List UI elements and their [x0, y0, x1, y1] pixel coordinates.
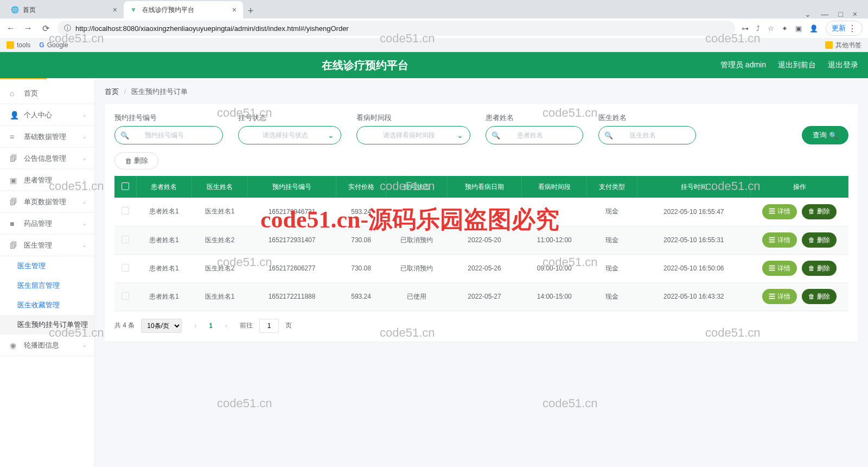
logout-link[interactable]: 退出登录: [828, 60, 858, 70]
dropdown-icon[interactable]: ⌄: [805, 10, 811, 18]
new-tab-button[interactable]: +: [243, 3, 258, 18]
search-icon: 🔍: [492, 131, 500, 140]
table-header: 医生姓名: [192, 176, 248, 198]
search-icon: 🔍: [829, 131, 838, 140]
cell-date: 2022-05-26: [447, 254, 521, 282]
star-icon[interactable]: ☆: [768, 24, 774, 33]
next-page-button[interactable]: ›: [219, 319, 233, 333]
cell-pay: 现金: [587, 254, 637, 282]
sidepanel-icon[interactable]: ▣: [795, 24, 802, 33]
delete-button[interactable]: 🗑 删除: [802, 261, 836, 276]
cell-doctor: 医生姓名2: [192, 254, 248, 282]
browser-chrome: 🌐 首页 × ▼ 在线诊疗预约平台 × + ⌄ — □ × ← → ⟳ ⓘ ht…: [0, 0, 868, 52]
filter-label: 患者姓名: [486, 113, 583, 123]
filter-timeslot: 看病时间段 请选择看病时间段: [356, 113, 470, 144]
sidebar-sub-item[interactable]: 医生收藏管理: [0, 295, 94, 315]
cell-time: 2022-05-10 16:55:31: [637, 226, 750, 254]
delete-button[interactable]: 🗑 删除: [802, 204, 836, 219]
filter-orderno: 预约挂号编号 🔍预约挂号编号: [114, 113, 223, 144]
orderno-input[interactable]: 🔍预约挂号编号: [114, 126, 223, 144]
forward-icon[interactable]: →: [23, 23, 34, 34]
sidebar-label: 患者管理: [24, 175, 52, 185]
row-checkbox[interactable]: [122, 264, 129, 272]
bookmark-other[interactable]: 其他书签: [825, 41, 861, 50]
sidebar-item[interactable]: ▣患者管理⌄: [0, 169, 94, 191]
goto-input[interactable]: [259, 319, 279, 333]
bookmark-tools[interactable]: tools: [7, 41, 30, 49]
back-to-front-link[interactable]: 退出到前台: [778, 60, 816, 70]
admin-label[interactable]: 管理员 admin: [720, 60, 766, 70]
menu-icon: ▣: [10, 176, 20, 185]
cell-patient: 患者姓名1: [136, 282, 192, 311]
cell-doctor: 医生姓名1: [192, 198, 248, 226]
close-window-icon[interactable]: ×: [853, 10, 857, 18]
row-checkbox[interactable]: [122, 236, 129, 243]
app-title: 在线诊疗预约平台: [10, 58, 720, 73]
key-icon[interactable]: ⊶: [742, 24, 749, 33]
sidebar-item[interactable]: ■药品管理⌄: [0, 213, 94, 235]
menu-icon: ⌂: [10, 89, 20, 98]
sidebar-item[interactable]: 🗐医生管理⌄: [0, 235, 94, 256]
row-checkbox[interactable]: [122, 292, 129, 300]
folder-icon: [825, 41, 833, 49]
bookmark-row: tools GGoogle 其他书签: [0, 38, 868, 52]
search-icon: 🔍: [604, 131, 613, 140]
update-button[interactable]: 更新 ⋮: [826, 21, 863, 36]
cell-date: 2022-05-27: [447, 282, 521, 311]
sidebar-item[interactable]: 🗐公告信息管理⌄: [0, 148, 94, 169]
sidebar-item[interactable]: ⌂首页: [0, 83, 94, 104]
maximize-icon[interactable]: □: [838, 10, 843, 18]
sidebar-item[interactable]: ◉轮播图信息⌄: [0, 335, 94, 356]
chevron-down-icon: ⌄: [82, 242, 87, 249]
sidebar-sub-item[interactable]: 医生管理: [0, 256, 94, 276]
menu-icon: 🗐: [10, 198, 20, 206]
bookmark-google[interactable]: GGoogle: [39, 41, 68, 49]
profile-icon[interactable]: 👤: [809, 24, 818, 33]
share-icon[interactable]: ⤴: [756, 24, 760, 33]
delete-button[interactable]: 🗑 删除: [802, 232, 836, 248]
close-icon[interactable]: ×: [232, 5, 237, 14]
goto-suffix: 页: [285, 321, 292, 330]
browser-tab-home[interactable]: 🌐 首页 ×: [4, 1, 124, 18]
timeslot-select[interactable]: 请选择看病时间段: [356, 126, 470, 144]
detail-button[interactable]: ☰ 详情: [762, 261, 796, 276]
sidebar-item[interactable]: ≡基础数据管理⌄: [0, 126, 94, 148]
cell-status: [386, 198, 448, 226]
extension-icon[interactable]: ✦: [782, 24, 788, 33]
status-select[interactable]: 请选择挂号状态: [238, 126, 341, 144]
detail-button[interactable]: ☰ 详情: [762, 232, 796, 248]
filter-patient: 患者姓名 🔍患者姓名: [486, 113, 583, 144]
breadcrumb-home[interactable]: 首页: [105, 87, 119, 96]
menu-icon: ◉: [10, 341, 20, 350]
sidebar-item[interactable]: 👤个人中心⌄: [0, 104, 94, 126]
page-size-select[interactable]: 10条/页: [141, 319, 182, 333]
table-header: 看病时间段: [522, 176, 587, 198]
detail-button[interactable]: ☰ 详情: [762, 289, 796, 304]
sidebar-item[interactable]: 🗐单页数据管理⌄: [0, 191, 94, 213]
browser-tab-active[interactable]: ▼ 在线诊疗预约平台 ×: [124, 1, 243, 18]
cell-orderno: 1652172211888: [248, 282, 336, 311]
close-icon[interactable]: ×: [113, 5, 117, 14]
prev-page-button[interactable]: ‹: [188, 319, 202, 333]
sidebar-sub-item[interactable]: 医生预约挂号订单管理: [0, 315, 94, 335]
current-page[interactable]: 1: [209, 322, 213, 330]
address-bar[interactable]: ⓘ http://localhost:8080/xiaoxingzhenliao…: [58, 21, 735, 36]
batch-delete-button[interactable]: 🗑 删除: [114, 152, 158, 169]
row-checkbox[interactable]: [122, 207, 129, 214]
tab-title: 在线诊疗预约平台: [142, 5, 194, 15]
detail-button[interactable]: ☰ 详情: [762, 204, 796, 219]
menu-icon: 👤: [10, 111, 20, 119]
patient-input[interactable]: 🔍患者姓名: [486, 126, 583, 144]
checkbox-all[interactable]: [122, 182, 129, 190]
doctor-input[interactable]: 🔍医生姓名: [598, 126, 696, 144]
reload-icon[interactable]: ⟳: [40, 23, 51, 34]
menu-dots-icon: ⋮: [848, 23, 857, 34]
delete-button[interactable]: 🗑 删除: [802, 289, 836, 304]
minimize-icon[interactable]: —: [821, 10, 828, 18]
menu-icon: 🗐: [10, 154, 20, 163]
sidebar-sub-item[interactable]: 医生留言管理: [0, 276, 94, 295]
query-button[interactable]: 查询 🔍: [802, 126, 848, 144]
back-icon[interactable]: ←: [5, 23, 16, 34]
sidebar: ⌂首页👤个人中心⌄≡基础数据管理⌄🗐公告信息管理⌄▣患者管理⌄🗐单页数据管理⌄■…: [0, 79, 95, 467]
filter-label: 挂号状态: [238, 113, 341, 123]
